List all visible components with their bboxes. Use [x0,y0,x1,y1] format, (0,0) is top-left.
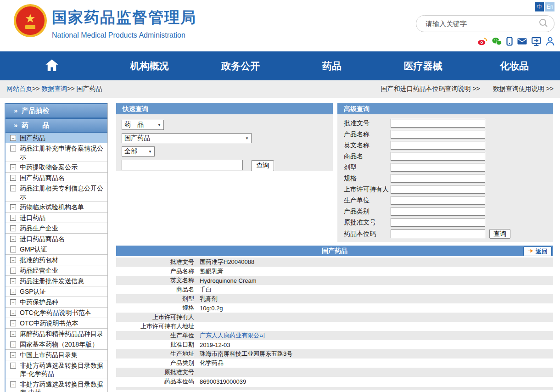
table-row: 上市许可持有人地址 [116,322,553,331]
site-header: ★ 国家药品监督管理局 National Medical Products Ad… [0,0,560,51]
sidebar-item[interactable]: OTC中药说明书范本 [6,318,107,329]
breadcrumb-data-query-link[interactable]: 数据查询 [41,85,67,92]
advanced-query-row: 产品名称 [337,130,553,139]
advanced-field-input[interactable] [391,152,485,161]
code-query-help-link[interactable]: 国产和进口药品本位码查询说明 >> [381,85,480,93]
sidebar: »产品抽检 »药 品 国产药品药品注册补充申请备案情况公示中药提取物备案公示国产… [5,103,108,392]
category-select[interactable]: 药 品 ▼ [122,120,164,130]
scope-select[interactable]: 全部 ▼ [122,146,155,157]
row-label: 生产地址 [116,350,198,358]
advanced-field-input[interactable] [391,218,485,227]
row-label: 原批准文号 [116,368,198,376]
sidebar-item-label: 非处方药遴选及转换目录数据库-化学药品 [20,361,106,378]
advanced-field-input[interactable] [391,174,485,183]
nav-item-drugs[interactable]: 药品 [286,60,378,73]
table-row: 生产地址珠海市南屏科技工业园屏东五路3号 [116,349,553,358]
weibo-icon[interactable] [478,37,487,45]
sidebar-section-product-sampling[interactable]: »产品抽检 [6,103,107,118]
main-nav: 机构概况 政务公开 药品 医疗器械 化妆品 [0,51,560,80]
keyword-input[interactable] [122,160,243,170]
double-arrow-icon: » [14,106,17,114]
advanced-query-row: 药品本位码查询 [337,229,553,239]
search-icon[interactable] [538,18,549,30]
back-button[interactable]: 返回 [523,246,552,256]
sidebar-item[interactable]: 药物临床试验机构名单 [6,202,107,213]
advanced-field-input[interactable] [391,196,485,205]
advanced-field-input[interactable] [391,185,485,194]
sidebar-item[interactable]: 中药保护品种 [6,297,107,308]
sidebar-item-label: 中药保护品种 [20,298,58,306]
sidebar-item[interactable]: 药品注册补充申请备案情况公示 [6,143,107,162]
quick-query-title: 快速查询 [116,103,333,114]
sidebar-item[interactable]: 中国上市药品目录集 [6,350,107,360]
sidebar-item[interactable]: 国家基本药物（2018年版） [6,339,107,350]
sidebar-item[interactable]: 进口药品商品名 [6,234,107,244]
table-row: 规格10g:0.2g [116,303,553,313]
breadcrumb-current: 国产药品 [77,85,102,92]
content-area: »产品抽检 »药 品 国产药品药品注册补充申请备案情况公示中药提取物备案公示国产… [0,98,560,392]
sidebar-item[interactable]: 进口药品 [6,213,107,223]
nav-item-medical-devices[interactable]: 医疗器械 [377,60,469,73]
sidebar-item[interactable]: OTC化学药品说明书范本 [6,308,107,318]
mobile-icon[interactable] [506,37,513,46]
table-row: 剂型乳膏剂 [116,294,553,303]
arrow-box-icon [10,381,16,387]
advanced-field-input[interactable] [391,207,485,216]
arrow-box-icon [10,268,16,274]
sidebar-item-label: 药品注册相关专利信息公开公示 [20,184,106,201]
data-query-help-link[interactable]: 数据查询使用说明 >> [493,85,554,93]
advanced-field-label: 批准文号 [337,119,391,128]
sidebar-item[interactable]: 批准的药包材 [6,255,107,265]
social-icon-row [478,37,554,46]
row-value: 珠海市南屏科技工业园屏东五路3号 [198,350,292,358]
sidebar-item[interactable]: 药品经营企业 [6,265,107,276]
mail-icon[interactable] [517,38,527,45]
nmpa-emblem-logo[interactable]: ★ [14,4,47,37]
user-icon[interactable] [546,37,554,46]
arrow-box-icon [10,331,16,337]
database-select[interactable]: 国产药品 ▼ [122,133,252,143]
table-row: 商品名千白 [116,285,553,294]
advanced-field-input[interactable] [391,163,485,172]
sidebar-item[interactable]: 非处方药遴选及转换目录数据库-中药 [6,379,107,392]
sidebar-item[interactable]: 药品注册批件发送信息 [6,276,107,286]
sidebar-item[interactable]: 麻醉药品和精神药品品种目录 [6,329,107,339]
sidebar-item[interactable]: GMP认证 [6,244,107,255]
nav-item-gov-affairs[interactable]: 政务公开 [195,60,286,73]
quick-query-panel: 快速查询 药 品 ▼ 国产药品 ▼ [116,103,333,171]
sidebar-section-drugs[interactable]: »药 品 [6,118,107,133]
sidebar-item[interactable]: 非处方药遴选及转换目录数据库-化学药品 [6,360,107,379]
wechat-icon[interactable] [492,37,502,45]
nav-home-button[interactable] [0,59,104,73]
sidebar-item-list: 国产药品药品注册补充申请备案情况公示中药提取物备案公示国产药品商品名药品注册相关… [6,133,107,392]
advanced-search-button[interactable]: 查询 [489,229,510,239]
advanced-field-input[interactable] [391,119,485,128]
sidebar-item-label: 进口药品 [20,213,45,222]
search-input[interactable] [425,19,538,28]
table-row: 生产单位广东人人康药业有限公司 [116,331,553,340]
sidebar-item[interactable]: 国产药品 [6,133,107,143]
breadcrumb-separator: >> [67,85,74,92]
advanced-field-input[interactable] [391,141,485,150]
row-label: 生产单位 [116,331,198,340]
sidebar-item-label: OTC中药说明书范本 [20,319,78,327]
sidebar-item[interactable]: GSP认证 [6,286,107,297]
nav-item-organization[interactable]: 机构概况 [104,60,195,73]
manufacturer-link[interactable]: 广东人人康药业有限公司 [198,331,265,340]
sidebar-item[interactable]: 药品生产企业 [6,223,107,234]
quick-search-button[interactable]: 查询 [251,160,274,171]
arrow-box-icon [10,278,16,284]
breadcrumb-separator: >> [32,85,39,92]
monitor-share-icon[interactable] [532,37,541,46]
lang-zh-button[interactable]: 中 [535,2,544,11]
sidebar-item[interactable]: 中药提取物备案公示 [6,162,107,173]
table-row: 批准日期2019-12-03 [116,340,553,349]
nav-item-cosmetics[interactable]: 化妆品 [469,60,560,73]
lang-en-button[interactable]: En [545,2,554,11]
row-value: 化学药品 [198,359,224,367]
advanced-field-input[interactable] [391,130,485,139]
breadcrumb-home-link[interactable]: 网站首页 [6,85,32,92]
sidebar-item[interactable]: 药品注册相关专利信息公开公示 [6,183,107,202]
advanced-field-input[interactable] [391,230,485,238]
sidebar-item[interactable]: 国产药品商品名 [6,173,107,183]
